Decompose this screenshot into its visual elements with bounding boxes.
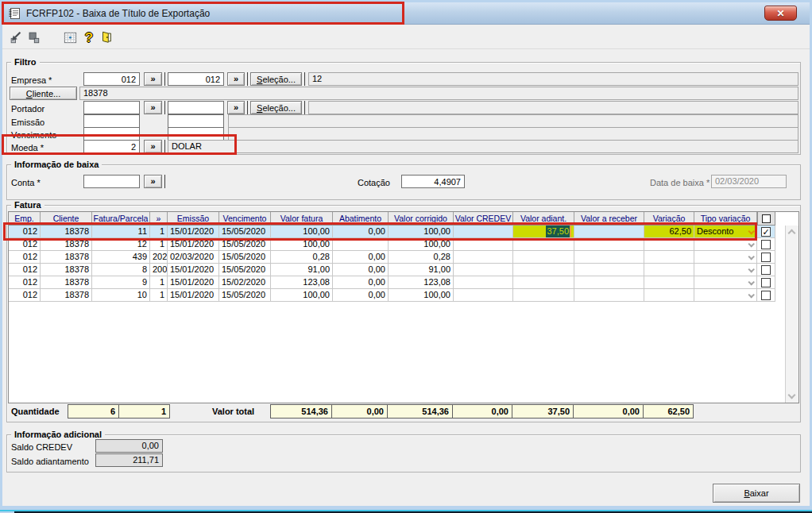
row-checkbox[interactable] (761, 240, 771, 249)
portador-desc-field (308, 101, 798, 114)
emissao-input-2[interactable] (168, 114, 224, 128)
conta-input[interactable] (83, 175, 140, 188)
table-row[interactable]: 012 18378 10 1 15/01/2020 15/05/2020 100… (9, 289, 798, 302)
cell-cliente: 18378 (41, 251, 92, 264)
col-header-valor-credev[interactable]: Valor CREDEV (454, 212, 513, 226)
col-header-tipo-variacao[interactable]: Tipo variação (694, 212, 757, 226)
help-icon[interactable]: ? (80, 29, 98, 46)
col-header-emissao[interactable]: Emissão (168, 212, 219, 226)
row-checkbox[interactable] (761, 265, 771, 275)
cell-parcela: 1 (150, 238, 168, 251)
table-row[interactable]: 012 18378 439 202 02/03/2020 15/05/2020 … (9, 251, 798, 264)
row-checkbox[interactable] (761, 253, 771, 262)
cell-abatimento: 0,00 (333, 264, 389, 276)
cell-emissao: 15/01/2020 (168, 264, 219, 276)
cell-valor-adiant[interactable] (513, 289, 574, 302)
cell-valor-adiant[interactable] (513, 238, 574, 251)
cascade-icon[interactable] (25, 29, 42, 46)
portador-input-2[interactable] (168, 101, 224, 114)
cotacao-input[interactable] (401, 175, 465, 188)
col-header-fatura-parcela[interactable]: Fatura/Parcela (92, 212, 150, 226)
emissao-desc-field (228, 114, 798, 128)
row-checkbox[interactable] (761, 278, 771, 287)
cell-emp: 012 (9, 264, 41, 276)
cell-valor-corrigido: 100,00 (389, 289, 454, 302)
cell-valor-adiant[interactable] (513, 251, 574, 264)
empresa-selecao-button[interactable]: Seleção... (250, 72, 302, 86)
row-checkbox[interactable] (761, 227, 771, 237)
portador-label: Portador (11, 102, 44, 116)
cell-valor-adiant[interactable]: 37,50 (513, 226, 574, 238)
portador-input-1[interactable] (83, 101, 140, 114)
tipo-variacao-dropdown[interactable] (694, 251, 757, 264)
cell-emissao: 15/01/2020 (168, 276, 219, 289)
row-checkbox[interactable] (761, 291, 771, 300)
tipo-variacao-dropdown[interactable]: Desconto (694, 226, 757, 238)
cell-valor-corrigido: 91,00 (389, 264, 454, 276)
col-header-valor-corrigido[interactable]: Valor corrigido (389, 212, 454, 226)
cell-valor-adiant[interactable] (513, 264, 574, 276)
cell-valor-fatura: 91,00 (271, 264, 333, 276)
cell-emp: 012 (9, 251, 41, 264)
moeda-lookup[interactable]: » (144, 140, 162, 153)
vencimento-input-1[interactable] (83, 127, 140, 141)
table-row[interactable]: 012 18378 12 1 15/01/2020 15/05/2020 100… (9, 238, 798, 251)
cell-variacao (644, 251, 694, 264)
vertical-scrollbar[interactable] (785, 226, 798, 403)
calendar-icon[interactable] (61, 29, 79, 46)
total-abatimento: 0,00 (331, 404, 388, 418)
portador-lookup-2[interactable]: » (227, 101, 245, 114)
col-header-abatimento[interactable]: Abatimento (333, 212, 389, 226)
cell-valor-credev (454, 264, 513, 276)
cell-abatimento: 0,00 (333, 289, 389, 302)
cliente-button[interactable]: Cliente... (10, 87, 77, 100)
col-header-valor-adiant[interactable]: Valor adiant. (513, 212, 574, 226)
baixar-button[interactable]: Baixar (713, 484, 800, 503)
conta-lookup[interactable]: » (144, 175, 162, 188)
tipo-variacao-dropdown[interactable] (694, 289, 757, 302)
empresa-input-1[interactable] (83, 72, 140, 86)
table-row[interactable]: 012 18378 11 1 15/01/2020 15/05/2020 100… (9, 226, 798, 238)
cell-cliente: 18378 (41, 289, 92, 302)
select-all-button[interactable] (757, 212, 775, 226)
tipo-variacao-dropdown[interactable] (694, 264, 757, 276)
cell-variacao (644, 289, 694, 302)
table-row[interactable]: 012 18378 9 1 15/01/2020 15/02/2020 123,… (9, 276, 798, 289)
col-header-parcela[interactable]: » (150, 212, 168, 226)
cotacao-label: Cotação (358, 176, 390, 190)
export-icon[interactable] (7, 29, 25, 46)
tipo-variacao-dropdown[interactable] (694, 276, 757, 289)
scroll-down-icon[interactable] (788, 392, 796, 399)
col-header-valor-fatura[interactable]: Valor fatura (271, 212, 333, 226)
empresa-input-2[interactable] (168, 72, 224, 86)
portador-selecao-button[interactable]: Seleção... (250, 101, 302, 114)
cell-vencimento: 15/05/2020 (219, 289, 271, 302)
col-header-cliente[interactable]: Cliente (41, 212, 92, 226)
col-header-vencimento[interactable]: Vencimento (219, 212, 271, 226)
scroll-up-icon[interactable] (788, 230, 796, 237)
cell-vencimento: 15/05/2020 (219, 238, 271, 251)
cell-valor-corrigido: 100,00 (389, 226, 454, 238)
close-button[interactable] (764, 6, 797, 21)
exit-door-icon[interactable] (98, 29, 115, 46)
cell-cliente: 18378 (41, 264, 92, 276)
window-title: FCRFP102 - Baixa de Título de Exportação (26, 8, 210, 19)
cell-emissao: 02/03/2020 (168, 251, 219, 264)
empresa-lookup-1[interactable]: » (144, 72, 162, 86)
emissao-input-1[interactable] (83, 114, 140, 128)
chevron-down-icon (748, 228, 754, 234)
col-header-emp[interactable]: Emp. (9, 212, 41, 226)
cell-valor-credev (454, 238, 513, 251)
vencimento-input-2[interactable] (168, 127, 224, 141)
empresa-lookup-2[interactable]: » (227, 72, 245, 86)
cell-valor-adiant[interactable] (513, 276, 574, 289)
col-header-variacao[interactable]: Variação (644, 212, 694, 226)
col-header-valor-a-receber[interactable]: Valor a receber (574, 212, 644, 226)
cell-valor-a-receber (574, 289, 644, 302)
toolbar: ? (2, 25, 810, 49)
table-row[interactable]: 012 18378 8 200 15/01/2020 15/05/2020 91… (9, 264, 798, 276)
moeda-input[interactable] (83, 140, 140, 153)
cell-variacao (644, 264, 694, 276)
portador-lookup-1[interactable]: » (144, 101, 162, 114)
tipo-variacao-dropdown[interactable] (694, 238, 757, 251)
